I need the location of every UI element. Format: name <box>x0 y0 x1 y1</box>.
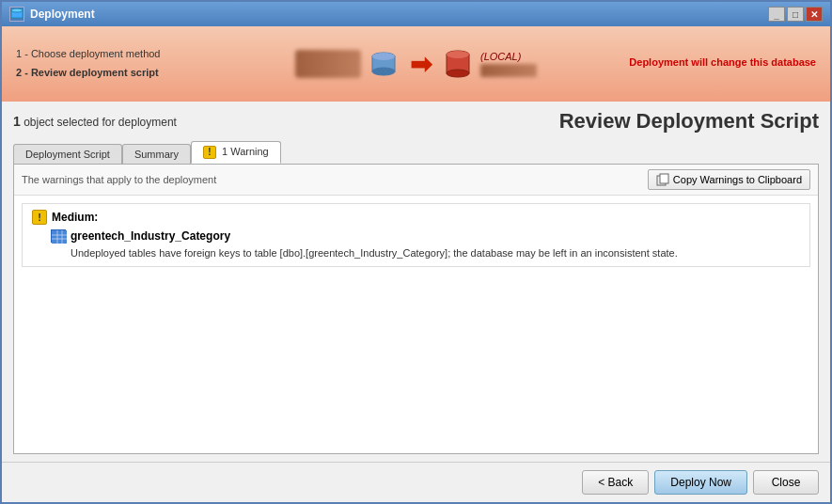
svg-point-5 <box>372 53 395 60</box>
object-count: 1 object selected for deployment <box>13 114 177 129</box>
warning-header: ! Medium: <box>32 210 800 225</box>
content-area: 1 object selected for deployment Review … <box>2 102 830 462</box>
tab-warning[interactable]: ! 1 Warning <box>191 141 281 164</box>
tab-toolbar: The warnings that apply to the deploymen… <box>14 165 818 196</box>
table-name: greentech_Industry_Category <box>71 229 230 243</box>
wizard-step-2: 2 - Review deployment script <box>16 64 204 83</box>
table-icon <box>51 229 66 243</box>
window-controls: _ □ ✕ <box>768 7 823 22</box>
warning-block: ! Medium: <box>22 203 810 267</box>
tab-summary[interactable]: Summary <box>122 144 191 164</box>
minimize-button[interactable]: _ <box>768 7 785 22</box>
target-db-icon <box>443 47 473 81</box>
svg-rect-12 <box>52 230 67 244</box>
svg-point-4 <box>372 68 395 75</box>
source-visual <box>295 50 361 78</box>
maximize-button[interactable]: □ <box>787 7 804 22</box>
content-header: 1 object selected for deployment Review … <box>13 109 819 134</box>
header-right: Deployment will change this database <box>628 56 816 71</box>
tab-deployment-script[interactable]: Deployment Script <box>13 144 122 164</box>
db-name-redacted <box>480 64 537 77</box>
window-icon <box>9 7 24 22</box>
footer: < Back Deploy Now Close <box>2 462 830 502</box>
tabs: Deployment Script Summary ! 1 Warning <box>13 141 819 164</box>
wizard-steps: 1 - Choose deployment method 2 - Review … <box>16 45 204 83</box>
main-window: Deployment _ □ ✕ 1 - Choose deployment m… <box>0 0 832 504</box>
copy-icon <box>656 173 669 186</box>
page-title: Review Deployment Script <box>559 109 819 134</box>
toolbar-text: The warnings that apply to the deploymen… <box>22 174 216 185</box>
close-button[interactable]: Close <box>753 470 819 495</box>
window-close-button[interactable]: ✕ <box>806 7 823 22</box>
tab-content-warning: The warnings that apply to the deploymen… <box>13 164 819 454</box>
deployment-warning-text: Deployment will change this database <box>628 56 816 68</box>
title-bar: Deployment _ □ ✕ <box>2 2 830 26</box>
tab-warning-icon: ! <box>203 146 216 159</box>
copy-warnings-button[interactable]: Copy Warnings to Clipboard <box>648 169 810 190</box>
warning-item: greentech_Industry_Category <box>51 229 800 243</box>
server-info: (LOCAL) <box>480 51 537 77</box>
back-button[interactable]: < Back <box>582 470 649 495</box>
wizard-step-1: 1 - Choose deployment method <box>16 45 204 64</box>
warning-message: Undeployed tables have foreign keys to t… <box>71 246 800 260</box>
warning-severity-label: Medium: <box>52 211 98 224</box>
svg-point-9 <box>447 51 469 58</box>
window-title: Deployment <box>30 8 95 21</box>
svg-rect-11 <box>660 174 668 183</box>
source-db-icon <box>369 49 399 79</box>
header-area: 1 - Choose deployment method 2 - Review … <box>2 26 830 102</box>
deploy-now-button[interactable]: Deploy Now <box>654 470 747 495</box>
warning-severity-icon: ! <box>32 210 47 225</box>
header-visual: ➡ (LOCAL) <box>204 47 628 81</box>
window-content: 1 - Choose deployment method 2 - Review … <box>2 26 830 502</box>
svg-point-1 <box>11 8 23 12</box>
svg-point-8 <box>447 70 469 77</box>
arrow-icon: ➡ <box>410 49 432 80</box>
warnings-area: ! Medium: <box>14 196 818 453</box>
